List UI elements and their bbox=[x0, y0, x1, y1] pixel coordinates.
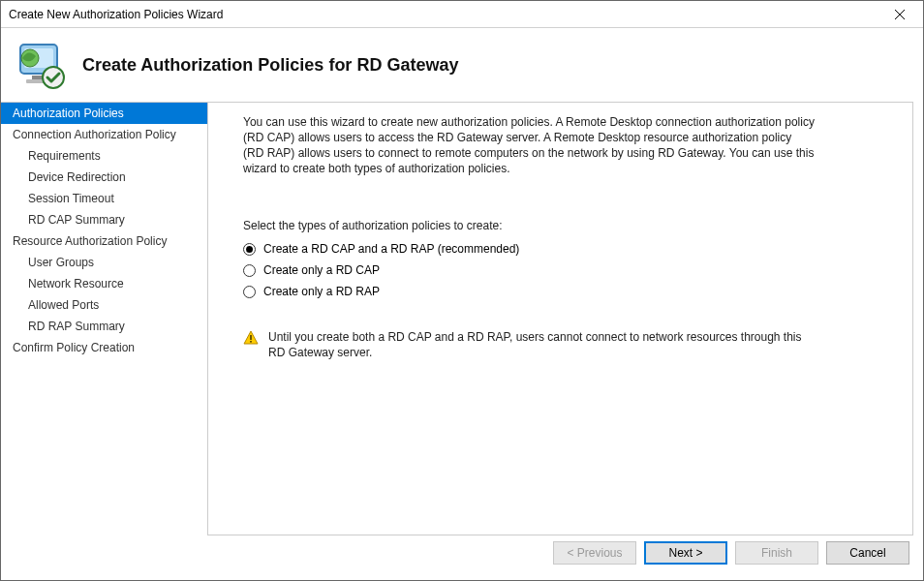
cancel-button[interactable]: Cancel bbox=[826, 541, 909, 565]
sidebar-item-label: Allowed Ports bbox=[28, 298, 99, 312]
page-title: Create Authorization Policies for RD Gat… bbox=[82, 55, 458, 76]
radio-label: Create only a RD RAP bbox=[263, 285, 380, 298]
wizard-content: You can use this wizard to create new au… bbox=[207, 102, 913, 535]
header-icon bbox=[15, 39, 67, 91]
rd-gateway-icon bbox=[15, 39, 67, 91]
window-title: Create New Authorization Policies Wizard bbox=[9, 8, 223, 21]
warning-block: Until you create both a RD CAP and a RD … bbox=[243, 329, 805, 360]
radio-option[interactable]: Create only a RD CAP bbox=[243, 260, 878, 281]
svg-rect-9 bbox=[250, 335, 252, 340]
svg-rect-10 bbox=[250, 341, 252, 343]
radio-indicator bbox=[243, 264, 256, 277]
sidebar-item-label: Resource Authorization Policy bbox=[13, 234, 167, 248]
wizard-body: Authorization PoliciesConnection Authori… bbox=[1, 102, 923, 535]
sidebar-item-label: Authorization Policies bbox=[13, 107, 124, 120]
sidebar-item[interactable]: Requirements bbox=[1, 145, 207, 167]
sidebar-item[interactable]: RD CAP Summary bbox=[1, 209, 207, 230]
sidebar-item-label: RD CAP Summary bbox=[28, 213, 125, 227]
sidebar-item-label: RD RAP Summary bbox=[28, 320, 125, 333]
sidebar-item[interactable]: Resource Authorization Policy bbox=[1, 230, 207, 252]
radio-indicator bbox=[243, 286, 256, 298]
sidebar-item[interactable]: Authorization Policies bbox=[1, 103, 207, 124]
intro-text: You can use this wizard to create new au… bbox=[243, 114, 815, 176]
wizard-sidebar: Authorization PoliciesConnection Authori… bbox=[1, 102, 207, 535]
radio-option[interactable]: Create only a RD RAP bbox=[243, 281, 878, 302]
wizard-header: Create Authorization Policies for RD Gat… bbox=[1, 28, 923, 102]
sidebar-item-label: Session Timeout bbox=[28, 192, 114, 205]
sidebar-item-label: Connection Authorization Policy bbox=[13, 128, 176, 141]
sidebar-item[interactable]: Allowed Ports bbox=[1, 294, 207, 316]
sidebar-item-label: Device Redirection bbox=[28, 170, 126, 184]
finish-button[interactable]: Finish bbox=[735, 541, 818, 565]
sidebar-item[interactable]: Confirm Policy Creation bbox=[1, 337, 207, 358]
policy-type-radio-group: Create a RD CAP and a RD RAP (recommende… bbox=[243, 238, 878, 302]
wizard-window: Create New Authorization Policies Wizard… bbox=[0, 0, 924, 581]
titlebar: Create New Authorization Policies Wizard bbox=[1, 1, 923, 28]
sidebar-item-label: Requirements bbox=[28, 149, 101, 163]
previous-button[interactable]: < Previous bbox=[553, 541, 636, 565]
sidebar-item-label: Network Resource bbox=[28, 277, 124, 290]
sidebar-item-label: User Groups bbox=[28, 256, 94, 269]
radio-option[interactable]: Create a RD CAP and a RD RAP (recommende… bbox=[243, 238, 878, 260]
wizard-footer: < Previous Next > Finish Cancel bbox=[1, 535, 923, 580]
sidebar-item[interactable]: Network Resource bbox=[1, 273, 207, 294]
sidebar-item[interactable]: Device Redirection bbox=[1, 167, 207, 188]
sidebar-item[interactable]: RD RAP Summary bbox=[1, 316, 207, 337]
radio-label: Create a RD CAP and a RD RAP (recommende… bbox=[263, 242, 519, 256]
sidebar-item[interactable]: User Groups bbox=[1, 252, 207, 273]
warning-icon bbox=[243, 330, 259, 346]
sidebar-item[interactable]: Connection Authorization Policy bbox=[1, 124, 207, 145]
next-button[interactable]: Next > bbox=[644, 541, 727, 565]
close-button[interactable] bbox=[880, 2, 919, 27]
radio-label: Create only a RD CAP bbox=[263, 263, 380, 277]
select-types-label: Select the types of authorization polici… bbox=[243, 219, 878, 232]
close-icon bbox=[895, 10, 905, 19]
warning-text: Until you create both a RD CAP and a RD … bbox=[268, 329, 805, 360]
sidebar-item-label: Confirm Policy Creation bbox=[13, 341, 135, 354]
radio-indicator bbox=[243, 243, 256, 256]
sidebar-item[interactable]: Session Timeout bbox=[1, 188, 207, 209]
